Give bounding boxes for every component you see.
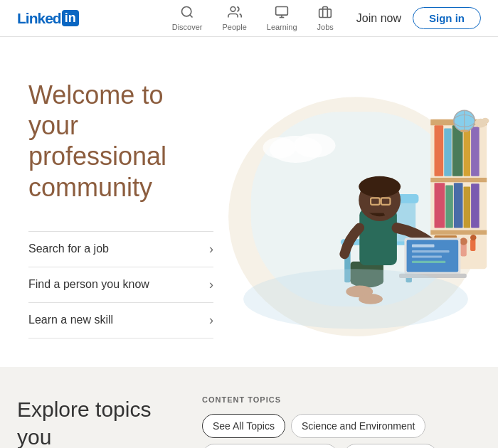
nav-label-discover: Discover [172,23,203,31]
nav-item-discover[interactable]: Discover [164,1,211,36]
hero-links: Search for a job › Find a person you kno… [28,231,213,338]
chip-see-all-topics[interactable]: See All Topics [202,414,285,438]
svg-rect-6 [319,9,332,18]
topics-section-title: Explore topics you are interested in [17,395,174,448]
learning-icon [275,5,289,21]
hero-link-search-job[interactable]: Search for a job › [28,231,213,267]
svg-rect-28 [471,183,480,228]
svg-point-46 [359,176,401,197]
people-icon [228,5,242,21]
chip-sales[interactable]: Sales and Retail [344,444,438,448]
header-actions: Join now Sign in [351,7,481,29]
svg-rect-26 [454,183,463,228]
svg-point-61 [263,137,295,158]
chip-science[interactable]: Science and Environment [291,414,426,438]
hero-link-learn-skill[interactable]: Learn a new skill › [28,302,213,338]
svg-point-23 [482,118,489,124]
nav-item-learning[interactable]: Learning [258,1,306,36]
svg-rect-13 [435,125,444,176]
join-now-button[interactable]: Join now [351,8,407,29]
main-nav: Discover People Learning Jobs [164,1,342,36]
content-topics-label: CONTENT TOPICS [202,395,481,404]
nav-item-jobs[interactable]: Jobs [309,1,342,36]
hero-illustration [213,44,498,367]
svg-rect-3 [276,7,288,16]
hero-title: Welcome to your professional community [28,80,213,203]
svg-rect-57 [412,261,445,263]
svg-point-2 [231,7,235,12]
svg-rect-15 [452,125,463,176]
logo[interactable]: Linkedin [17,10,79,27]
hero-section: Welcome to your professional community S… [0,37,498,367]
sign-in-button[interactable]: Sign in [413,7,481,29]
svg-point-50 [383,206,396,218]
svg-point-0 [182,7,191,16]
topics-right: CONTENT TOPICS See All Topics Science an… [202,395,481,448]
svg-rect-11 [430,178,487,182]
hero-link-label: Learn a new skill [28,314,113,326]
topic-chips: See All Topics Science and Environment M… [202,414,481,448]
hero-link-label: Find a person you know [28,278,149,291]
discover-icon [180,5,194,21]
hero-illustration-container [213,37,498,367]
svg-rect-12 [430,230,487,235]
svg-point-58 [243,269,468,329]
svg-rect-21 [460,130,468,132]
svg-point-32 [460,238,467,245]
svg-rect-27 [464,187,470,228]
nav-label-learning: Learning [267,23,297,31]
topics-left: Explore topics you are interested in [17,395,174,448]
nav-label-jobs: Jobs [317,23,334,31]
svg-rect-24 [435,183,445,228]
nav-item-people[interactable]: People [214,1,255,36]
svg-point-60 [294,134,336,158]
svg-rect-54 [412,245,435,247]
nav-label-people: People [223,23,247,31]
svg-line-1 [190,15,193,18]
svg-rect-56 [412,255,442,257]
svg-rect-55 [412,250,450,252]
svg-rect-17 [471,127,480,176]
jobs-icon [318,5,332,21]
topics-section: Explore topics you are interested in CON… [0,367,498,448]
header: Linkedin Discover People Learning Jobs [0,0,498,37]
logo-text: Linked [17,10,61,27]
svg-rect-16 [464,130,470,176]
chip-marketing[interactable]: Marketing and Advertising [202,444,338,448]
logo-in-box: in [62,10,79,26]
hero-link-find-person[interactable]: Find a person you know › [28,267,213,302]
svg-rect-14 [444,128,452,176]
hero-left: Welcome to your professional community S… [0,37,213,367]
svg-rect-25 [445,185,453,228]
hero-link-label: Search for a job [28,242,109,255]
svg-point-34 [470,235,476,240]
svg-rect-33 [470,239,475,251]
